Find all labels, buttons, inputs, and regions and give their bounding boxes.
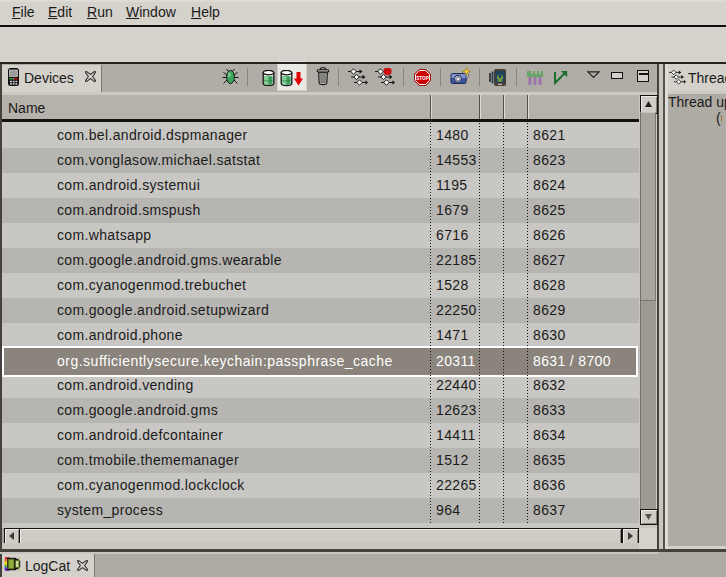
- svg-text:STOP: STOP: [416, 76, 428, 81]
